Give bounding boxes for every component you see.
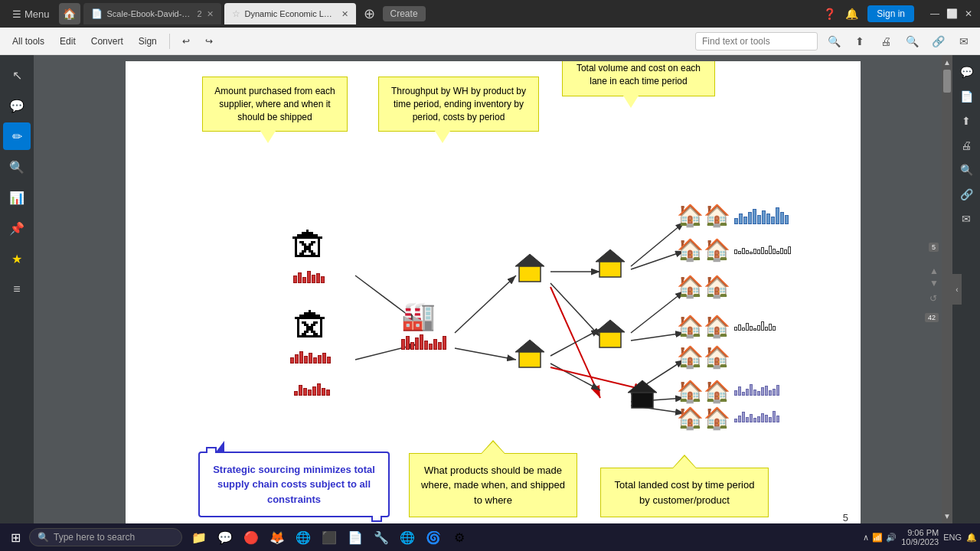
sidebar-cursor-icon[interactable]: ↖ bbox=[3, 61, 31, 89]
collapse-panel-arrow[interactable]: ‹ bbox=[952, 274, 962, 305]
tray-volume[interactable]: 🔊 bbox=[886, 533, 897, 543]
customer-chart-1 bbox=[734, 203, 789, 224]
sidebar-zoom-icon[interactable]: 🔍 bbox=[3, 153, 31, 181]
right-mail-icon[interactable]: ✉ bbox=[956, 208, 977, 230]
warehouse-dc2 bbox=[514, 338, 546, 373]
tab-dynamic[interactable]: ☆ Dynamic Economic Lot = ✕ bbox=[224, 3, 356, 24]
svg-line-10 bbox=[550, 364, 600, 390]
svg-marker-19 bbox=[515, 254, 544, 266]
upload-icon[interactable]: ⬆ bbox=[850, 31, 870, 51]
tab-pdf[interactable]: 📄 Scale-Ebook-David-Finkel.pdf 2 ✕ bbox=[83, 3, 221, 24]
home-button[interactable]: 🏠 bbox=[59, 3, 80, 24]
customer-house-1a: 🏠 bbox=[677, 203, 704, 228]
taskbar-firefox[interactable]: 🦊 bbox=[265, 525, 289, 549]
mail-icon[interactable]: ✉ bbox=[954, 31, 974, 51]
callout-top-mid-text: Throughput by WH by product by time peri… bbox=[391, 86, 526, 122]
sidebar-menu-icon[interactable]: ≡ bbox=[3, 276, 31, 303]
tab2-close[interactable]: ✕ bbox=[341, 9, 348, 19]
sidebar-star-icon[interactable]: ★ bbox=[3, 245, 31, 272]
taskbar-chat[interactable]: 💬 bbox=[213, 525, 237, 549]
svg-rect-20 bbox=[519, 266, 541, 282]
svg-marker-27 bbox=[628, 380, 657, 393]
new-tab-button[interactable]: ⊕ bbox=[359, 5, 380, 22]
sign-button[interactable]: Sign bbox=[132, 33, 163, 50]
customer-house-2b: 🏠 bbox=[704, 237, 730, 262]
zoom-icon[interactable]: 🔍 bbox=[902, 31, 922, 51]
taskbar-app2[interactable]: 🌀 bbox=[421, 525, 446, 549]
pdf-area: Amount purchased from each supplier, whe… bbox=[34, 55, 952, 523]
search-icon[interactable]: 🔍 bbox=[824, 31, 844, 51]
scroll-thumb[interactable] bbox=[943, 70, 951, 93]
sidebar-comment-icon[interactable]: 💬 bbox=[3, 92, 31, 119]
create-button[interactable]: Create bbox=[383, 6, 426, 21]
sidebar-pin-icon[interactable]: 📌 bbox=[3, 214, 31, 242]
all-tools-button[interactable]: All tools bbox=[6, 33, 51, 50]
edit-button[interactable]: Edit bbox=[54, 33, 82, 50]
taskbar-search[interactable]: 🔍 Type here to search bbox=[29, 528, 182, 546]
tray-arrow[interactable]: ∧ bbox=[863, 533, 869, 543]
scroll-down-button[interactable]: ▼ bbox=[943, 512, 951, 520]
notification-icon[interactable]: 🔔 bbox=[966, 533, 977, 543]
taskbar-edge[interactable]: 🌐 bbox=[291, 525, 315, 549]
clock[interactable]: 9:06 PM 10/9/2023 bbox=[901, 528, 939, 546]
scroll-up-small[interactable]: ▲ bbox=[929, 266, 939, 276]
factory-chart bbox=[401, 333, 446, 350]
start-button[interactable]: ⊞ bbox=[3, 525, 28, 549]
menu-label: Menu bbox=[24, 8, 50, 20]
customer-chart-2 bbox=[734, 237, 791, 254]
sidebar-chart-icon[interactable]: 📊 bbox=[3, 184, 31, 211]
right-zoom-icon[interactable]: 🔍 bbox=[956, 159, 977, 181]
hamburger-icon: ☰ bbox=[12, 8, 21, 20]
warehouse-right2 bbox=[594, 318, 626, 354]
scroll-up-button[interactable]: ▲ bbox=[943, 58, 951, 67]
toolbar-right: 🔍 ⬆ 🖨 🔍 🔗 ✉ bbox=[695, 31, 974, 51]
taskbar-app3[interactable]: ⚙ bbox=[447, 525, 472, 549]
time-display: 9:06 PM bbox=[907, 528, 939, 537]
close-button[interactable]: ✕ bbox=[963, 8, 974, 19]
taskbar-terminal[interactable]: ⬛ bbox=[317, 525, 341, 549]
link-icon[interactable]: 🔗 bbox=[928, 31, 948, 51]
callout-top-right-text: Total volume and cost on each lane in ea… bbox=[577, 63, 701, 86]
taskbar-tools[interactable]: 🔧 bbox=[369, 525, 394, 549]
right-comment-icon[interactable]: 💬 bbox=[956, 61, 977, 83]
search-placeholder: Type here to search bbox=[54, 532, 135, 543]
find-tools-input[interactable] bbox=[695, 32, 818, 51]
maximize-button[interactable]: ⬜ bbox=[946, 8, 957, 19]
sign-in-button[interactable]: Sign in bbox=[867, 5, 914, 22]
taskbar-acrobat[interactable]: 📄 bbox=[343, 525, 368, 549]
menu-button[interactable]: ☰ Menu bbox=[6, 5, 56, 23]
right-upload-icon[interactable]: ⬆ bbox=[956, 110, 977, 132]
svg-marker-23 bbox=[596, 249, 625, 262]
right-link-icon[interactable]: 🔗 bbox=[956, 184, 977, 205]
callout-bottom-left-text: Strategic sourcing minimizes total suppl… bbox=[213, 464, 375, 505]
pdf-scrollbar[interactable]: ▲ ▼ 5 42 ▲ ▼ ↺ bbox=[942, 55, 952, 523]
customer-house-2a: 🏠 bbox=[677, 237, 704, 262]
tray-network[interactable]: 📶 bbox=[872, 533, 883, 543]
scroll-down-small[interactable]: ▼ bbox=[929, 278, 939, 289]
sync-icon[interactable]: ↺ bbox=[929, 293, 939, 304]
customer-chart-7 bbox=[734, 406, 779, 422]
plant-icon: 🏭 bbox=[401, 300, 436, 332]
redo-button[interactable]: ↪ bbox=[199, 33, 219, 50]
sidebar-edit-icon[interactable]: ✏ bbox=[3, 122, 31, 150]
help-icon[interactable]: ❓ bbox=[823, 8, 836, 20]
browser-right-icons: ❓ 🔔 Sign in — ⬜ ✕ bbox=[823, 5, 974, 22]
convert-button[interactable]: Convert bbox=[85, 33, 129, 50]
search-icon: 🔍 bbox=[38, 532, 49, 543]
print-icon[interactable]: 🖨 bbox=[876, 31, 896, 51]
pdf-page: Amount purchased from each supplier, whe… bbox=[126, 61, 861, 523]
callout-bottom-right-text: Total landed cost by time period by cust… bbox=[615, 479, 755, 506]
tab1-close[interactable]: ✕ bbox=[207, 9, 214, 19]
undo-button[interactable]: ↩ bbox=[176, 33, 196, 50]
right-print-icon[interactable]: 🖨 bbox=[956, 135, 977, 156]
taskbar-mail[interactable]: 🔴 bbox=[239, 525, 263, 549]
right-page-icon[interactable]: 📄 bbox=[956, 86, 977, 107]
callout-top-left-text: Amount purchased from each supplier, whe… bbox=[214, 86, 335, 122]
minimize-button[interactable]: — bbox=[929, 8, 940, 19]
bell-icon[interactable]: 🔔 bbox=[845, 8, 858, 20]
taskbar-app1[interactable]: 🌐 bbox=[395, 525, 420, 549]
star-icon: ☆ bbox=[232, 8, 240, 19]
tab2-label: Dynamic Economic Lot = bbox=[245, 9, 337, 18]
taskbar-explorer[interactable]: 📁 bbox=[187, 525, 211, 549]
page-num-indicator-42: 42 bbox=[925, 313, 939, 322]
